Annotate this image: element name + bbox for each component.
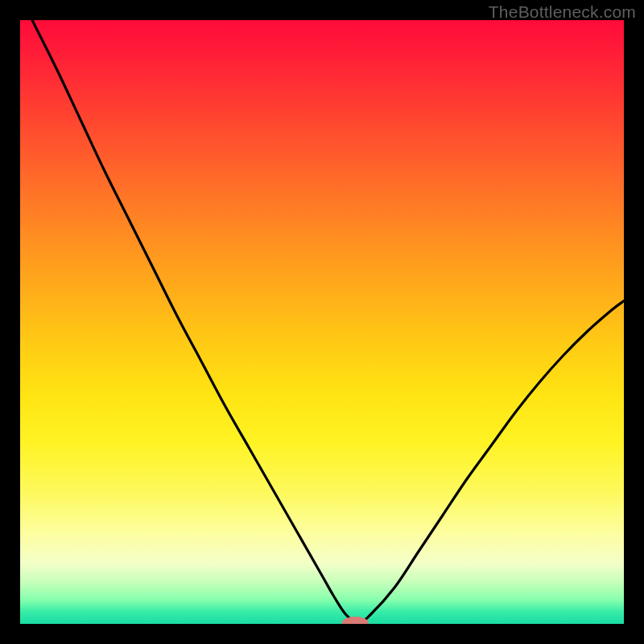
bottleneck-curve <box>32 20 624 623</box>
optimum-marker <box>342 617 369 624</box>
plot-svg <box>20 20 624 624</box>
plot-area <box>20 20 624 624</box>
chart-frame: TheBottleneck.com <box>0 0 644 644</box>
watermark-text: TheBottleneck.com <box>489 2 636 22</box>
